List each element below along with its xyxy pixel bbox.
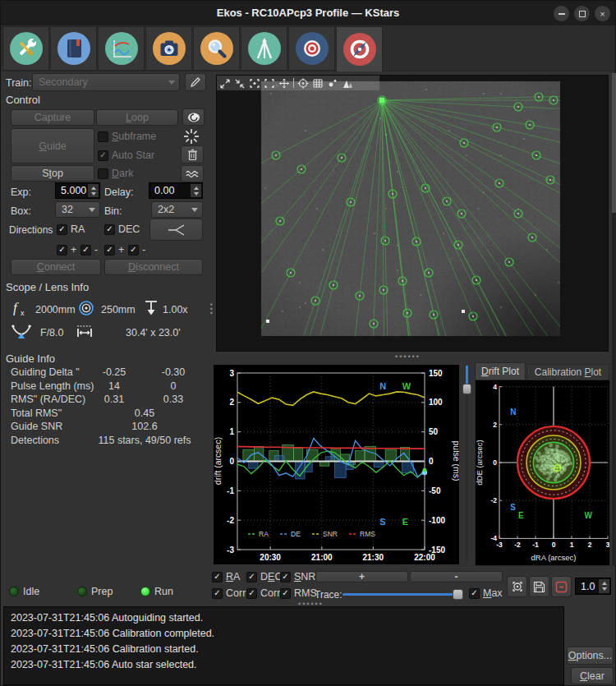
close-button[interactable]: × bbox=[595, 6, 610, 21]
zoom-fit-icon[interactable] bbox=[264, 78, 275, 89]
svg-text:21:00: 21:00 bbox=[311, 553, 333, 562]
train-value: Secondary bbox=[39, 76, 88, 88]
drift-graph[interactable]: -3-2-10123-150-100-5005010015020:3021:00… bbox=[214, 365, 459, 564]
delay-spinbox[interactable]: 0.00 bbox=[149, 182, 203, 199]
guide-icon bbox=[342, 32, 377, 67]
tab-capture[interactable] bbox=[145, 26, 192, 71]
right-scrollbar[interactable] bbox=[612, 73, 616, 566]
view-splitter-handle[interactable]: •••••• bbox=[395, 352, 421, 361]
graph-dec-checkbox[interactable]: ✓DEC bbox=[246, 571, 282, 582]
max-checkbox[interactable]: ✓Max bbox=[469, 587, 503, 599]
exp-spinbox[interactable]: 5.000 bbox=[55, 182, 100, 199]
levels-icon[interactable] bbox=[342, 78, 353, 89]
idle-label: Idle bbox=[23, 586, 39, 597]
guide-starfield-image[interactable] bbox=[261, 81, 560, 336]
delay-value: 0.00 bbox=[154, 185, 174, 196]
fit-frame-icon[interactable] bbox=[249, 78, 260, 89]
manual-pulse-button[interactable] bbox=[149, 219, 203, 241]
loop-button[interactable]: Loop bbox=[96, 109, 178, 126]
bin-value: 2x2 bbox=[158, 204, 174, 215]
loop-stop-button[interactable] bbox=[182, 108, 205, 126]
dec-minus-checkbox[interactable]: ✓- bbox=[128, 244, 145, 256]
svg-text:N: N bbox=[510, 407, 516, 417]
graph-dec-corr-checkbox[interactable]: ✓Corr bbox=[246, 587, 280, 599]
svg-text:150: 150 bbox=[429, 369, 443, 378]
grid-icon[interactable] bbox=[312, 78, 324, 89]
panel-splitter-handle[interactable]: ••• bbox=[207, 303, 215, 315]
stars-icon[interactable] bbox=[327, 78, 338, 89]
autoscale-icon bbox=[511, 580, 524, 593]
graph-rms-checkbox[interactable]: ✓RMS bbox=[280, 587, 317, 599]
dec-direction-checkbox[interactable]: ✓DEC bbox=[104, 223, 140, 235]
dark-checkbox[interactable]: Dark bbox=[98, 168, 133, 179]
zoom-out-icon[interactable] bbox=[234, 78, 246, 89]
guide-graphics-button[interactable] bbox=[181, 165, 204, 182]
pan-icon[interactable] bbox=[278, 78, 290, 89]
clear-graph-button[interactable] bbox=[551, 576, 572, 597]
svg-text:SNR: SNR bbox=[323, 530, 338, 538]
tab-drift-plot[interactable]: Drift Plot bbox=[475, 362, 526, 380]
guide-view-panel[interactable] bbox=[216, 75, 609, 352]
svg-text:100: 100 bbox=[429, 398, 443, 407]
tab-calibration-plot[interactable]: Calibration Plot bbox=[526, 364, 609, 380]
clear-log-button[interactable]: Clear bbox=[571, 667, 614, 684]
export-data-button[interactable] bbox=[529, 576, 549, 597]
dec-direction-label: DEC bbox=[118, 223, 140, 235]
guide-button[interactable]: Guide bbox=[11, 128, 94, 163]
zoom-out-button[interactable]: - bbox=[410, 571, 503, 582]
tab-analyze[interactable]: yx bbox=[98, 26, 145, 71]
svg-text:0: 0 bbox=[429, 457, 434, 466]
zoom-spinbox[interactable]: 1.0 bbox=[575, 578, 611, 595]
ra-minus-checkbox[interactable]: ✓- bbox=[80, 244, 98, 256]
clear-calibration-button[interactable] bbox=[181, 145, 204, 163]
reducer-icon bbox=[144, 300, 159, 320]
options-button[interactable]: Options... bbox=[567, 647, 614, 665]
graph-scale-slider[interactable] bbox=[462, 366, 472, 563]
graph-ra-corr-checkbox[interactable]: ✓Corr bbox=[212, 587, 246, 599]
zoom-in-icon[interactable] bbox=[219, 78, 231, 89]
maximize-button[interactable] bbox=[574, 6, 590, 21]
align-icon bbox=[295, 31, 329, 66]
graph-ra-checkbox[interactable]: ✓RA bbox=[212, 571, 240, 582]
svg-text:1: 1 bbox=[570, 541, 574, 549]
crosshair-icon[interactable] bbox=[297, 78, 309, 89]
tab-mount[interactable] bbox=[241, 26, 287, 71]
ra-plus-label: + bbox=[71, 244, 76, 256]
dec-plus-checkbox[interactable]: ✓+ bbox=[104, 244, 124, 256]
stop-button[interactable]: Stop bbox=[11, 165, 94, 182]
trace-slider[interactable] bbox=[342, 588, 466, 600]
zoom-in-button[interactable]: + bbox=[315, 571, 408, 582]
drift-plot[interactable]: -3-2-10123-4-2024NSEWdRA (arcsec)dDE (ar… bbox=[476, 380, 609, 565]
subframe-checkbox[interactable]: Subframe bbox=[98, 131, 156, 142]
svg-text:0: 0 bbox=[493, 458, 497, 467]
capture-button[interactable]: Capture bbox=[11, 109, 94, 126]
tab-align[interactable] bbox=[288, 26, 335, 71]
guide-info-row: Guide SNR102.6 bbox=[1, 421, 208, 435]
ra-plus-checkbox[interactable]: ✓+ bbox=[57, 244, 76, 256]
tab-setup[interactable] bbox=[2, 26, 49, 71]
svg-text:2: 2 bbox=[588, 541, 592, 549]
tab-focus[interactable] bbox=[193, 26, 240, 71]
title-bar[interactable]: Ekos - RC10APcp3 Profile — KStars × bbox=[1, 1, 615, 25]
autostar-checkbox[interactable]: ✓Auto Star bbox=[98, 150, 154, 161]
bin-combo[interactable]: 2x2 bbox=[151, 201, 203, 218]
drift-plot-tab-label: Drift Plot bbox=[481, 366, 519, 377]
guide-view-toolbar bbox=[217, 76, 379, 90]
focus-icon bbox=[200, 31, 234, 66]
tab-scheduler[interactable] bbox=[50, 26, 97, 71]
connect-button[interactable]: Connect bbox=[11, 259, 101, 275]
ra-minus-label: - bbox=[94, 244, 98, 256]
autoscale-button[interactable] bbox=[507, 576, 527, 597]
ra-direction-checkbox[interactable]: ✓RA bbox=[57, 223, 85, 235]
box-combo[interactable]: 32 bbox=[55, 201, 100, 218]
train-combo[interactable]: Secondary bbox=[32, 73, 180, 91]
graph-snr-checkbox[interactable]: ✓SNR bbox=[280, 571, 315, 582]
tab-guide[interactable] bbox=[336, 26, 383, 71]
minimize-button[interactable] bbox=[554, 6, 569, 21]
pulse-arrow-icon bbox=[168, 224, 186, 236]
disconnect-button[interactable]: Disconnect bbox=[104, 259, 203, 275]
train-edit-button[interactable] bbox=[185, 73, 206, 91]
svg-text:-1: -1 bbox=[227, 486, 234, 495]
focal-ratio-icon bbox=[11, 322, 32, 345]
run-label: Run bbox=[154, 586, 173, 597]
